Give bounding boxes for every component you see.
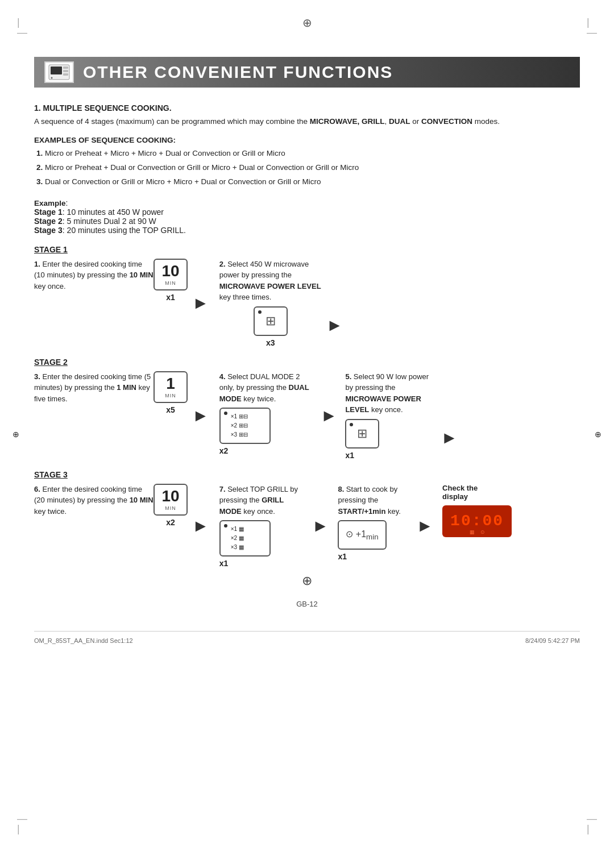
footer-right: 8/24/09 5:42:27 PM [525, 637, 580, 644]
stage2-list-x2: ×2 [231, 421, 237, 430]
stage3-list-row1: ×1 ▦ [231, 525, 264, 534]
stage3-mult6: x2 [166, 518, 175, 527]
display-icon-left: ▦ [470, 529, 475, 535]
examples-heading: EXAMPLES OF SEQUENCE COOKING: [34, 136, 580, 144]
corner-mark-tr: |— [587, 17, 597, 38]
header-banner: OTHER CONVENIENT FUNCTIONS [34, 57, 580, 88]
stage1-arrow1: ► [192, 293, 209, 313]
example-3: 3. Dual or Convection or Grill or Micro … [34, 176, 580, 188]
stage1-steps-row: 1. Enter the desired cooking time (10 mi… [34, 259, 580, 347]
stage2-step4-text: 4. Select DUAL MODE 2 only, by pressing … [219, 371, 316, 405]
stage3-list-icon3: ▦ [239, 543, 244, 552]
display-time: 10:00 [450, 512, 504, 530]
stage1-10min-button: 10 MIN [154, 259, 188, 290]
stage1-btn-num: 10 [161, 263, 179, 279]
stage3-step7-col: 7. Select TOP GRILL by pressing the GRIL… [219, 484, 308, 568]
stage1-microwave-power-button: ⊞ [254, 306, 288, 336]
stage2-step3-text: 3. Enter the desired cooking time (5 min… [34, 371, 154, 405]
stage3-btn1-col: 10 MIN x2 [154, 484, 188, 527]
display-icon-right: ⊙ [480, 529, 485, 535]
footer: OM_R_85ST_AA_EN.indd Sec1:12 8/24/09 5:4… [34, 631, 580, 644]
stage2-list-row1: ×1 ⊞⊟ [231, 412, 264, 421]
stage2-steps-row: 3. Enter the desired cooking time (5 min… [34, 371, 580, 460]
stage3-10min-button: 10 MIN [154, 484, 188, 516]
svg-rect-3 [63, 70, 68, 72]
stage2-mult4: x2 [219, 446, 229, 455]
stage2-grid-icon: ⊞ [357, 426, 367, 441]
stage1-btn1-col: 10 MIN x1 [154, 259, 188, 302]
stage3-list-icon1: ▦ [239, 525, 244, 534]
svg-rect-2 [63, 67, 68, 69]
stage3-start-icon: ⊙ +1min [346, 529, 378, 541]
stage2-btn-num: 1 [166, 376, 175, 392]
stage1-step1-text: 1. Enter the desired cooking time (10 mi… [34, 259, 154, 292]
example-1: 1. Micro or Preheat + Micro + Micro + Du… [34, 148, 580, 160]
stage3-step8-text: 8. Start to cook by pressing the START/+… [338, 484, 412, 517]
stage1-mult1: x1 [166, 293, 175, 302]
header-icon [44, 61, 74, 83]
corner-mark-br: —| [587, 813, 597, 834]
stage2-btn5-dot [350, 423, 353, 426]
stage1-step2-text: 2. Select 450 W microwave power by press… [219, 259, 322, 303]
stage3-btn-num: 10 [161, 488, 179, 504]
svg-rect-1 [51, 67, 62, 74]
top-center-target: ⊕ [302, 16, 312, 30]
stage2-heading: STAGE 2 [34, 358, 580, 367]
page-container: |— |— ⊕ OTHER CONVENIENT FUNCTIONS 1. MU… [0, 0, 614, 868]
bottom-center-target: ⊕ [34, 574, 580, 588]
stage3-list-x2: ×2 [231, 534, 237, 543]
stage3-btn-label: MIN [165, 505, 176, 511]
example-2: 2. Micro or Preheat + Dual or Convection… [34, 162, 580, 174]
stage2-btn4-dot [224, 412, 227, 415]
stage2-mult3: x5 [166, 405, 175, 414]
section1-heading: 1. MULTIPLE SEQUENCE COOKING. [34, 103, 580, 113]
stage3-mult7: x1 [219, 559, 229, 568]
example-stage1: Stage 1: 10 minutes at 450 W power [34, 207, 580, 217]
stage1-section: STAGE 1 1. Enter the desired cooking tim… [34, 245, 580, 347]
stage2-list-icon3: ⊞⊟ [239, 430, 248, 439]
stage2-power-level-button: ⊞ [345, 419, 379, 448]
stage2-1min-button: 1 MIN [154, 371, 188, 403]
check-display-label: Check the display [442, 484, 505, 501]
right-center-mark: ⊕ [595, 430, 601, 439]
stage2-list-icon2: ⊞⊟ [239, 421, 248, 430]
stage3-check-display-col: Check the display 10:00 ▦ ⊙ [442, 484, 512, 537]
stage2-dual-mode-button: ×1 ⊞⊟ ×2 ⊞⊟ ×3 ⊞⊟ [219, 408, 271, 444]
stage2-arrow3: ► [441, 428, 458, 447]
stage3-section: STAGE 3 6. Enter the desired cooking tim… [34, 470, 580, 568]
stage3-step8-col: 8. Start to cook by pressing the START/+… [338, 484, 412, 562]
stage2-step5-text: 5. Select 90 W low power by pressing the… [345, 371, 436, 416]
stage3-heading: STAGE 3 [34, 470, 580, 479]
section1-body: A sequence of 4 stages (maximum) can be … [34, 116, 580, 128]
stage1-grid-icon: ⊞ [265, 314, 276, 329]
stage2-list-x3: ×3 [231, 430, 237, 439]
display-screen: 10:00 ▦ ⊙ [442, 505, 512, 537]
stage2-section: STAGE 2 3. Enter the desired cooking tim… [34, 358, 580, 460]
stage2-step4-col: 4. Select DUAL MODE 2 only, by pressing … [219, 371, 316, 456]
stage3-arrow3: ► [416, 516, 433, 535]
section-multiple-sequence: 1. MULTIPLE SEQUENCE COOKING. A sequence… [34, 103, 580, 188]
stage2-list-row3: ×3 ⊞⊟ [231, 430, 264, 439]
example-stage3: Stage 3: 20 minutes using the TOP GRILL. [34, 226, 580, 235]
stage3-list-x3: ×3 [231, 543, 237, 552]
footer-left: OM_R_85ST_AA_EN.indd Sec1:12 [34, 637, 133, 644]
stage3-step6-text: 6. Enter the desired cooking time (20 mi… [34, 484, 154, 517]
page-title: OTHER CONVENIENT FUNCTIONS [83, 63, 393, 82]
stage2-btn-label: MIN [165, 393, 176, 398]
display-icons-row: ▦ ⊙ [470, 529, 485, 535]
example-section: Example: Stage 1: 10 minutes at 450 W po… [34, 198, 580, 235]
stage3-arrow1: ► [192, 516, 209, 535]
stage3-grill-mode-button: ×1 ▦ ×2 ▦ ×3 ▦ [219, 520, 271, 556]
svg-point-5 [51, 77, 53, 79]
stage2-list-icon1: ⊞⊟ [239, 412, 248, 421]
stage1-btn2-dot [258, 310, 262, 314]
page-number: GB-12 [34, 600, 580, 608]
stage1-btn-label: MIN [165, 280, 176, 286]
stage2-step5-col: 5. Select 90 W low power by pressing the… [345, 371, 436, 460]
stage1-arrow2: ► [326, 315, 343, 335]
stage3-btn7-dot [224, 524, 227, 528]
stage3-mult8: x1 [338, 552, 347, 561]
stage2-btn1-col: 1 MIN x5 [154, 371, 188, 414]
stage3-list-row2: ×2 ▦ [231, 534, 264, 543]
stage3-list-icon2: ▦ [239, 534, 244, 543]
